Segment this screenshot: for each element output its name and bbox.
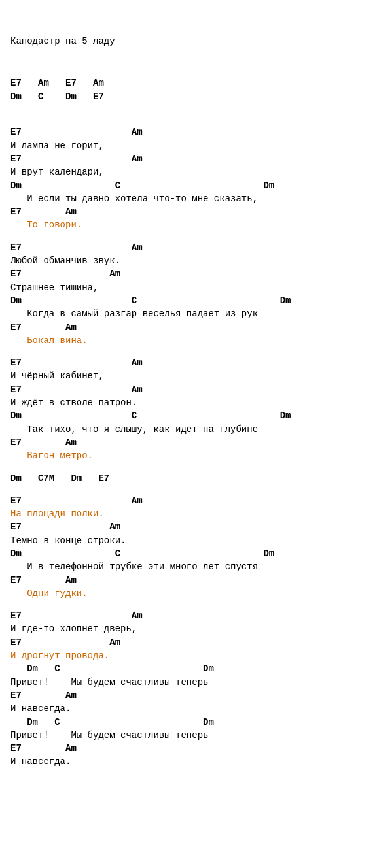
lyric-highlight-line: На площади полки. xyxy=(10,507,382,520)
chord-line: Е7 Am xyxy=(10,494,382,507)
verse-block: Е7 AmИ лампа не горит,Е7 AmИ врут календ… xyxy=(10,125,382,231)
verse-block: Е7 AmЛюбой обманчив звук.Е7 AmСтрашнее т… xyxy=(10,241,382,347)
chord-line: Е7 Am xyxy=(10,152,382,165)
chord-line: Dm C Dm xyxy=(10,409,382,422)
chord-line: Е7 Am xyxy=(10,267,382,280)
intro-chords: Е7 Am Е7 AmDm C Dm E7 xyxy=(10,76,382,103)
lyric-line: Темно в конце строки. xyxy=(10,534,382,547)
lyric-line: И чёрный кабинет, xyxy=(10,369,382,382)
lyric-indent-line: И в телефонной трубке эти много лет спус… xyxy=(10,560,382,573)
chord-line: Е7 Am xyxy=(10,436,382,449)
section-gap xyxy=(10,600,382,609)
lyric-highlight-line: И дрогнут провода. xyxy=(10,649,382,662)
lyric-line: И где-то хлопнет дверь, xyxy=(10,622,382,635)
lyric-highlight-line: То говори. xyxy=(10,218,382,231)
lyric-line: Любой обманчив звук. xyxy=(10,254,382,267)
lyric-line: И ждёт в стволе патрон. xyxy=(10,396,382,409)
lyric-highlight-line: Одни гудки. xyxy=(10,587,382,600)
chord-line: Е7 Am xyxy=(10,689,382,702)
chord-line: Dm C Dm xyxy=(10,547,382,560)
chord-line: Dm C7M Dm E7 xyxy=(10,472,382,485)
chord-line: Е7 Am xyxy=(10,609,382,622)
chord-line: Е7 Am xyxy=(10,574,382,587)
lyric-line: И навсегда. xyxy=(10,702,382,715)
section-gap xyxy=(10,485,382,494)
lyric-line: И лампа не горит, xyxy=(10,139,382,152)
chord-line: Е7 Am xyxy=(10,241,382,254)
section-gap xyxy=(10,463,382,472)
chord-line: Е7 Am Е7 Am xyxy=(10,76,382,90)
chord-line: Dm C Dm xyxy=(10,716,382,729)
section-gap xyxy=(10,232,382,241)
chord-line: Dm C Dm xyxy=(10,179,382,192)
lyric-indent-line: Так тихо, что я слышу, как идёт на глуби… xyxy=(10,423,382,436)
chord-line: Е7 Am xyxy=(10,205,382,218)
verses-container: Е7 AmИ лампа не горит,Е7 AmИ врут календ… xyxy=(10,116,382,768)
section-gap xyxy=(10,116,382,125)
chord-line: Е7 Am xyxy=(10,383,382,396)
verse-block: Е7 AmИ чёрный кабинет,Е7 AmИ ждёт в ство… xyxy=(10,356,382,462)
chord-line: Е7 Am xyxy=(10,520,382,533)
lyric-line: И врут календари, xyxy=(10,165,382,178)
chord-line: Е7 Am xyxy=(10,356,382,369)
verse-block: Е7 AmНа площади полки.Е7 AmТемно в конце… xyxy=(10,494,382,600)
lyric-line: И навсегда. xyxy=(10,755,382,768)
chord-line: Е7 Am xyxy=(10,321,382,334)
chord-line: Е7 Am xyxy=(10,636,382,649)
chord-line: Е7 Am xyxy=(10,742,382,755)
lyric-line: Привет! Мы будем счастливы теперь xyxy=(10,676,382,689)
verse-block: Е7 AmИ где-то хлопнет дверь,Е7 AmИ дрогн… xyxy=(10,609,382,769)
chord-line: Dm C Dm xyxy=(10,662,382,675)
section-gap xyxy=(10,347,382,356)
song-content: Каподастр на 5 ладу Е7 Am Е7 AmDm C Dm E… xyxy=(10,8,382,116)
verse-block: Dm C7M Dm E7 xyxy=(10,472,382,485)
lyric-line: Страшнее тишина, xyxy=(10,281,382,294)
chord-line: Dm C Dm E7 xyxy=(10,90,382,103)
lyric-highlight-line: Бокал вина. xyxy=(10,334,382,347)
lyric-highlight-line: Вагон метро. xyxy=(10,449,382,462)
chord-line: Е7 Am xyxy=(10,125,382,139)
chord-line: Dm C Dm xyxy=(10,294,382,307)
song-title: Каподастр на 5 ладу xyxy=(10,35,382,48)
lyric-line: Привет! Мы будем счастливы теперь xyxy=(10,729,382,742)
lyric-indent-line: И если ты давно хотела что-то мне сказат… xyxy=(10,192,382,205)
lyric-indent-line: Когда в самый разгар веселья падает из р… xyxy=(10,307,382,320)
